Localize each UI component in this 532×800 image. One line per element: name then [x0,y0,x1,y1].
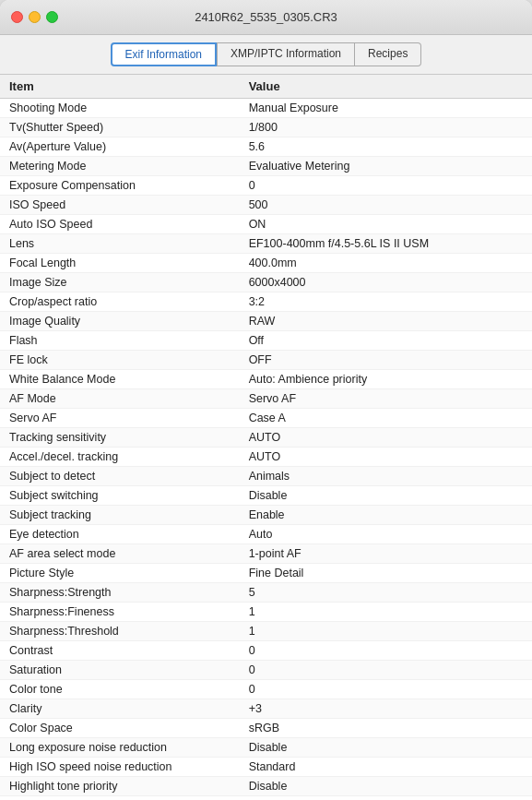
table-row: Auto Lighting OptimizerDisable [0,796,532,801]
close-button[interactable] [11,11,23,23]
table-cell-item: Auto ISO Speed [0,215,240,234]
tab-xmp[interactable]: XMP/IPTC Information [217,42,355,66]
table-cell-item: Servo AF [0,409,240,428]
table-row: Long exposure noise reductionDisable [0,738,532,758]
table-row: Crop/aspect ratio3:2 [0,293,532,312]
exif-table-container: Item Value Shooting ModeManual ExposureT… [0,75,532,800]
col-header-value: Value [240,75,532,99]
table-cell-value: Disable [240,796,532,801]
table-row: Color tone0 [0,680,532,699]
table-cell-value: Standard [240,758,532,777]
table-row: Accel./decel. trackingAUTO [0,448,532,467]
table-cell-value: 3:2 [240,293,532,312]
table-cell-value: ON [240,215,532,234]
table-row: White Balance ModeAuto: Ambience priorit… [0,370,532,389]
table-cell-item: Av(Aperture Value) [0,137,240,157]
table-cell-item: Auto Lighting Optimizer [0,796,240,801]
table-cell-value: 500 [240,196,532,215]
table-cell-item: Sharpness:Threshold [0,622,240,641]
table-cell-item: Lens [0,234,240,254]
table-cell-item: Image Quality [0,312,240,331]
window-title: 2410R62_5535_0305.CR3 [195,10,337,24]
table-cell-value: 1 [240,622,532,641]
table-cell-item: Image Size [0,273,240,293]
minimize-button[interactable] [29,11,41,23]
table-cell-item: Tv(Shutter Speed) [0,118,240,137]
table-cell-value: 0 [240,176,532,196]
table-cell-value: Off [240,331,532,351]
table-cell-value: AUTO [240,448,532,467]
table-cell-value: 5 [240,583,532,603]
table-cell-item: Subject to detect [0,467,240,486]
table-row: FE lockOFF [0,351,532,370]
table-cell-value: Manual Exposure [240,99,532,118]
table-row: Exposure Compensation0 [0,176,532,196]
table-cell-item: Sharpness:Strength [0,583,240,603]
table-row: LensEF100-400mm f/4.5-5.6L IS II USM [0,234,532,254]
table-cell-value: AUTO [240,428,532,448]
table-row: Av(Aperture Value)5.6 [0,137,532,157]
table-row: High ISO speed noise reductionStandard [0,758,532,777]
table-row: Sharpness:Threshold1 [0,622,532,641]
traffic-lights [11,11,58,23]
table-cell-item: Highlight tone priority [0,777,240,796]
table-row: Subject trackingEnable [0,506,532,525]
table-row: Sharpness:Fineness1 [0,603,532,622]
table-cell-item: Color tone [0,680,240,699]
table-cell-item: Accel./decel. tracking [0,448,240,467]
table-cell-value: OFF [240,351,532,370]
table-cell-item: Shooting Mode [0,99,240,118]
table-cell-value: 0 [240,641,532,661]
tab-recipes[interactable]: Recipes [355,42,421,66]
table-cell-item: Focal Length [0,254,240,273]
exif-table: Item Value Shooting ModeManual ExposureT… [0,75,532,800]
table-cell-value: Fine Detail [240,564,532,583]
table-cell-item: FE lock [0,351,240,370]
table-row: Image Size6000x4000 [0,273,532,293]
table-cell-value: Animals [240,467,532,486]
table-cell-value: 1-point AF [240,544,532,564]
table-cell-item: Subject tracking [0,506,240,525]
table-cell-item: White Balance Mode [0,370,240,389]
table-cell-value: 400.0mm [240,254,532,273]
table-cell-item: High ISO speed noise reduction [0,758,240,777]
table-cell-value: Disable [240,777,532,796]
table-cell-item: Exposure Compensation [0,176,240,196]
table-cell-item: Picture Style [0,564,240,583]
table-cell-value: 1 [240,603,532,622]
table-row: AF ModeServo AF [0,389,532,409]
table-cell-item: Metering Mode [0,157,240,176]
table-cell-item: Subject switching [0,486,240,506]
table-row: Highlight tone priorityDisable [0,777,532,796]
table-cell-value: Case A [240,409,532,428]
table-cell-item: AF area select mode [0,544,240,564]
table-cell-value: Enable [240,506,532,525]
table-row: AF area select mode1-point AF [0,544,532,564]
table-cell-value: 0 [240,680,532,699]
table-row: Picture StyleFine Detail [0,564,532,583]
table-cell-value: Auto: Ambience priority [240,370,532,389]
table-cell-item: AF Mode [0,389,240,409]
table-row: Saturation0 [0,661,532,680]
table-cell-value: RAW [240,312,532,331]
table-row: Sharpness:Strength5 [0,583,532,603]
table-cell-item: ISO Speed [0,196,240,215]
table-cell-value: EF100-400mm f/4.5-5.6L IS II USM [240,234,532,254]
table-row: Color SpacesRGB [0,719,532,738]
table-row: Subject to detectAnimals [0,467,532,486]
table-cell-value: +3 [240,699,532,719]
table-cell-item: Long exposure noise reduction [0,738,240,758]
table-cell-value: Disable [240,486,532,506]
table-cell-value: Evaluative Metering [240,157,532,176]
table-row: FlashOff [0,331,532,351]
table-row: Auto ISO SpeedON [0,215,532,234]
table-cell-value: Auto [240,525,532,544]
tab-exif[interactable]: Exif Information [111,42,217,66]
table-row: Servo AFCase A [0,409,532,428]
tabs-bar: Exif Information XMP/IPTC Information Re… [0,35,532,75]
table-cell-value: 1/800 [240,118,532,137]
table-cell-item: Clarity [0,699,240,719]
table-cell-value: 5.6 [240,137,532,157]
table-cell-item: Crop/aspect ratio [0,293,240,312]
maximize-button[interactable] [46,11,58,23]
